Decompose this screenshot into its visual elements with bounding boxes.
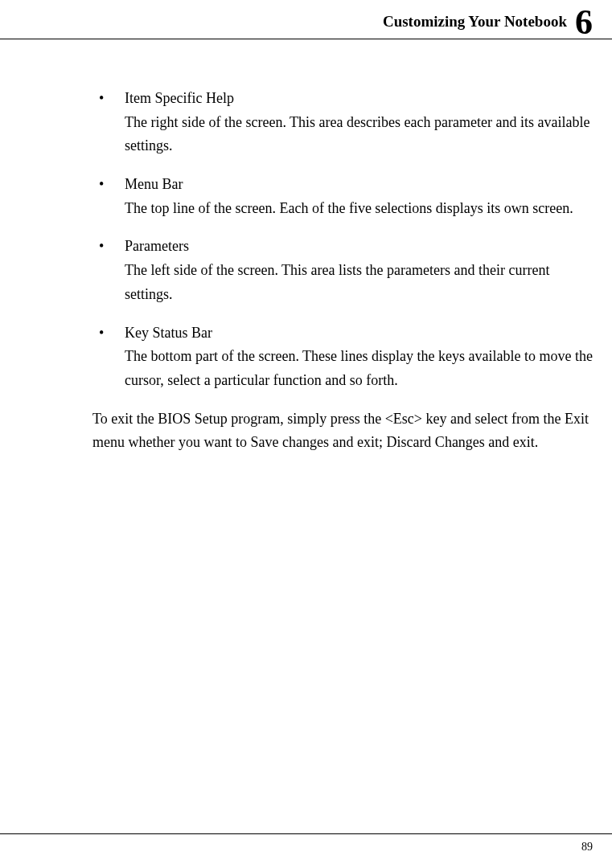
list-item: Parameters The left side of the screen. …: [92, 235, 593, 306]
page-number: 89: [581, 841, 593, 854]
item-description: The bottom part of the screen. These lin…: [125, 345, 593, 392]
list-item: Menu Bar The top line of the screen. Eac…: [92, 173, 593, 220]
header-title: Customizing Your Notebook: [383, 13, 567, 31]
item-description: The right side of the screen. This area …: [125, 111, 593, 158]
list-item: Item Specific Help The right side of the…: [92, 87, 593, 158]
chapter-number: 6: [575, 8, 593, 36]
item-title: Parameters: [125, 235, 593, 259]
item-title: Item Specific Help: [125, 87, 593, 111]
header-rule: [0, 39, 612, 39]
item-description: The top line of the screen. Each of the …: [125, 197, 593, 221]
bullet-list: Item Specific Help The right side of the…: [92, 87, 593, 393]
item-description: The left side of the screen. This area l…: [125, 259, 593, 306]
item-title: Menu Bar: [125, 173, 593, 197]
list-item: Key Status Bar The bottom part of the sc…: [92, 321, 593, 393]
item-title: Key Status Bar: [125, 321, 593, 346]
footer-rule: [0, 833, 612, 834]
exit-paragraph: To exit the BIOS Setup program, simply p…: [92, 407, 593, 455]
page-content: Item Specific Help The right side of the…: [92, 87, 593, 455]
page-header: Customizing Your Notebook 6: [383, 10, 593, 38]
